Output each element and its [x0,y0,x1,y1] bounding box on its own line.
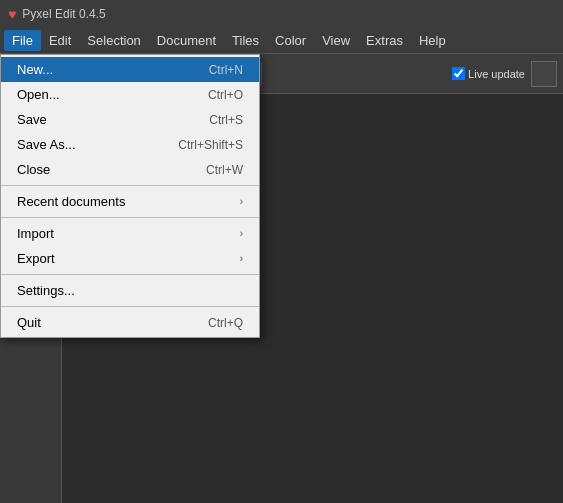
menu-import[interactable]: Import › [1,221,259,246]
menu-save-as[interactable]: Save As... Ctrl+Shift+S [1,132,259,157]
menu-save-label: Save [17,112,47,127]
menu-extras[interactable]: Extras [358,30,411,51]
export-arrow: › [240,253,243,264]
menu-edit[interactable]: Edit [41,30,79,51]
title-bar-text: Pyxel Edit 0.4.5 [22,7,105,21]
separator-2 [1,217,259,218]
menu-help[interactable]: Help [411,30,454,51]
menu-open-shortcut: Ctrl+O [208,88,243,102]
title-bar: ♥ Pyxel Edit 0.4.5 [0,0,563,28]
menu-recent-label: Recent documents [17,194,125,209]
menu-new-label: New... [17,62,53,77]
import-arrow: › [240,228,243,239]
menu-open-label: Open... [17,87,60,102]
recent-arrow: › [240,196,243,207]
menu-export-label: Export [17,251,55,266]
menu-close[interactable]: Close Ctrl+W [1,157,259,182]
menu-save[interactable]: Save Ctrl+S [1,107,259,132]
menu-file[interactable]: File [4,30,41,51]
menu-selection[interactable]: Selection [79,30,148,51]
menu-export[interactable]: Export › [1,246,259,271]
menu-close-label: Close [17,162,50,177]
app-icon: ♥ [8,6,16,22]
menu-quit-label: Quit [17,315,41,330]
menu-import-label: Import [17,226,54,241]
menu-save-as-shortcut: Ctrl+Shift+S [178,138,243,152]
live-update-section: Live update [452,67,525,80]
menu-quit-shortcut: Ctrl+Q [208,316,243,330]
menu-tiles[interactable]: Tiles [224,30,267,51]
menu-bar: File Edit Selection Document Tiles Color… [0,28,563,54]
menu-new[interactable]: New... Ctrl+N [1,57,259,82]
menu-quit[interactable]: Quit Ctrl+Q [1,310,259,335]
live-update-label[interactable]: Live update [452,67,525,80]
menu-settings[interactable]: Settings... [1,278,259,303]
separator-1 [1,185,259,186]
menu-save-as-label: Save As... [17,137,76,152]
menu-recent-documents[interactable]: Recent documents › [1,189,259,214]
menu-close-shortcut: Ctrl+W [206,163,243,177]
menu-settings-label: Settings... [17,283,75,298]
preview-swatch[interactable] [531,61,557,87]
live-update-checkbox[interactable] [452,67,465,80]
menu-color[interactable]: Color [267,30,314,51]
menu-view[interactable]: View [314,30,358,51]
menu-document[interactable]: Document [149,30,224,51]
menu-new-shortcut: Ctrl+N [209,63,243,77]
menu-open[interactable]: Open... Ctrl+O [1,82,259,107]
separator-3 [1,274,259,275]
menu-save-shortcut: Ctrl+S [209,113,243,127]
separator-4 [1,306,259,307]
file-dropdown-menu: New... Ctrl+N Open... Ctrl+O Save Ctrl+S… [0,54,260,338]
